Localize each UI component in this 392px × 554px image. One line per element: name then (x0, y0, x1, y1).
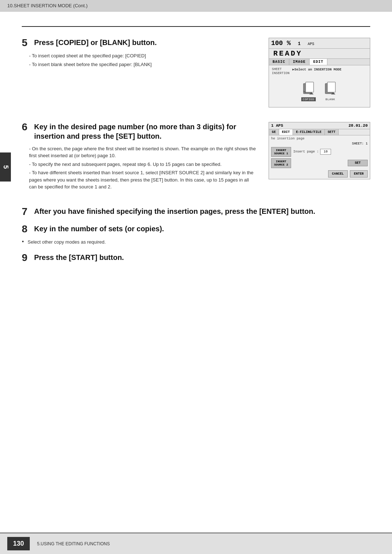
screen6-body: he insertion page SHEET: 1 INSERTSOURCE … (269, 135, 370, 179)
header-bar: 10.SHEET INSERTION MODE (Cont.) (0, 0, 392, 12)
step9-section: 9 Press the [START] button. (22, 253, 370, 263)
screen5-select-label: ▶Select an INSERTION MODE (293, 68, 342, 72)
step9-number: 9 (22, 253, 30, 263)
blank-icon (323, 81, 338, 96)
screen6-bottom-row: CANCEL ENTER (271, 170, 368, 178)
step8-header: 8 Key in the number of sets (or copies). (22, 224, 370, 234)
screen5-percent-area: 100 % 1 APS (271, 40, 314, 47)
step7-number: 7 (22, 207, 30, 217)
step8-number: 8 (22, 224, 30, 234)
screen-mockup-5: 100 % 1 APS READY BASIC IMAGE EDIT (269, 38, 370, 107)
step5-title: Press [COPIED] or [BLANK] button. (34, 38, 157, 47)
screen5-tab-edit: EDIT (310, 59, 327, 65)
screen6-tab-ge: GE (269, 129, 279, 135)
step6-bullet2: To specify the next and subsequent pages… (29, 161, 258, 168)
step6-section: 6 Key in the desired page number (no mor… (22, 122, 370, 192)
screen6-set-btn[interactable]: SET (348, 160, 368, 166)
screen5-ready-row: READY (269, 49, 370, 59)
step5-bullets: To insert copied sheet at the specified … (29, 52, 258, 68)
screen6-insert-page-label: Insert page : (293, 150, 319, 154)
step7-title: After you have finished specifying the i… (34, 207, 315, 216)
screen6-enter-btn[interactable]: ENTER (350, 170, 368, 178)
step5-header: 5 Press [COPIED] or [BLANK] button. (22, 38, 258, 48)
screen6-source2-row: INSERTSOURCE 2 SET (271, 158, 368, 168)
step5-bullet1: To insert copied sheet at the specified … (29, 52, 258, 60)
step5-left: 5 Press [COPIED] or [BLANK] button. To i… (22, 38, 258, 107)
step6-left: 6 Key in the desired page number (no mor… (22, 122, 258, 192)
screen5-tab-image: IMAGE (289, 59, 310, 65)
step6-number: 6 (22, 122, 30, 132)
screen6-copies-aps: 1 APS (271, 123, 283, 128)
screen5-topbar: 100 % 1 APS (269, 38, 370, 49)
step5-section: 5 Press [COPIED] or [BLANK] button. To i… (22, 38, 370, 107)
screen5-copied-item: COPIED (301, 81, 316, 101)
screen6-insert-page-area: Insert page : 10 (293, 149, 368, 155)
screen5-sheet-label: SHEETINSERTION (272, 68, 290, 76)
svg-rect-1 (306, 82, 314, 92)
step5-number: 5 (22, 38, 30, 48)
screen6-info-line: he insertion page (271, 137, 368, 140)
step6-header: 6 Key in the desired page number (no mor… (22, 122, 258, 141)
screen6-tab-sett: SETT (325, 129, 339, 135)
header-text: 10.SHEET INSERTION MODE (Cont.) (7, 3, 87, 8)
copied-label: COPIED (301, 97, 316, 101)
step6-bullet3: To have different sheets inserted than I… (29, 169, 258, 191)
step8-bullet1: Select other copy modes as required. (22, 239, 370, 246)
screen5-tab-basic: BASIC (269, 59, 289, 65)
footer: 130 5.USING THE EDITING FUNCTIONS (0, 533, 392, 554)
step9-header: 9 Press the [START] button. (22, 253, 370, 263)
screen6-set-area: SET (293, 160, 368, 166)
step6-title: Key in the desired page number (no more … (34, 122, 258, 141)
step8-title: Key in the number of sets (or copies). (34, 224, 164, 233)
svg-rect-3 (327, 82, 335, 92)
screen5-percent: 100 % (271, 40, 291, 47)
step7-section: 7 After you have finished specifying the… (22, 207, 370, 217)
chapter-tab: 5 (0, 152, 11, 182)
screen5-body: SHEETINSERTION ▶Select an INSERTION MODE (269, 65, 370, 107)
step5-screen: 100 % 1 APS READY BASIC IMAGE EDIT (269, 38, 370, 107)
screen6-tabs: GE EDIT E-FILING/FILE SETT (269, 129, 370, 135)
step7-header: 7 After you have finished specifying the… (22, 207, 370, 217)
screen5-info-area: SHEETINSERTION ▶Select an INSERTION MODE (272, 68, 367, 76)
screen5-icons-row: COPIED BLANK (272, 78, 367, 105)
screen6-tab-edit: EDIT (279, 129, 293, 135)
blank-label: BLANK (324, 97, 337, 101)
screen-mockup-6: 1 APS 28.01.20 GE EDIT E-FILING/FILE SET… (269, 122, 370, 179)
screen5-tabs: BASIC IMAGE EDIT (269, 59, 370, 65)
screen6-sheet-info: SHEET: 1 (271, 142, 368, 146)
main-content: 5 Press [COPIED] or [BLANK] button. To i… (0, 12, 392, 285)
screen6-insert-page-value: 10 (320, 149, 331, 155)
step6-bullet1: On the screen, the page where the first … (29, 145, 258, 159)
copied-icon (301, 81, 316, 96)
screen6-source1-row: INSERTSOURCE 1 Insert page : 10 (271, 147, 368, 157)
screen6-topbar: 1 APS 28.01.20 (269, 122, 370, 129)
divider-top (22, 26, 370, 27)
step8-section: 8 Key in the number of sets (or copies).… (22, 224, 370, 246)
screen5-blank-item: BLANK (323, 81, 338, 101)
screen5-copies: 1 (298, 41, 301, 46)
screen6-tab-efiling: E-FILING/FILE (293, 129, 324, 135)
screen5-aps: APS (308, 42, 314, 46)
step5-bullet2: To insert blank sheet before the specifi… (29, 61, 258, 68)
step9-title: Press the [START] button. (34, 253, 124, 262)
step6-bullets: On the screen, the page where the first … (29, 145, 258, 191)
screen6-cancel-btn[interactable]: CANCEL (328, 170, 348, 178)
step8-bullets: Select other copy modes as required. (22, 239, 370, 246)
screen6-insert-source1-btn[interactable]: INSERTSOURCE 1 (271, 147, 291, 157)
screen6-date: 28.01.20 (348, 123, 368, 128)
step6-screen: 1 APS 28.01.20 GE EDIT E-FILING/FILE SET… (269, 122, 370, 192)
screen6-insert-source2-btn[interactable]: INSERTSOURCE 2 (271, 158, 291, 168)
footer-page-number: 130 (7, 537, 30, 550)
screen5-ready: READY (271, 49, 305, 58)
footer-text: 5.USING THE EDITING FUNCTIONS (37, 541, 110, 546)
